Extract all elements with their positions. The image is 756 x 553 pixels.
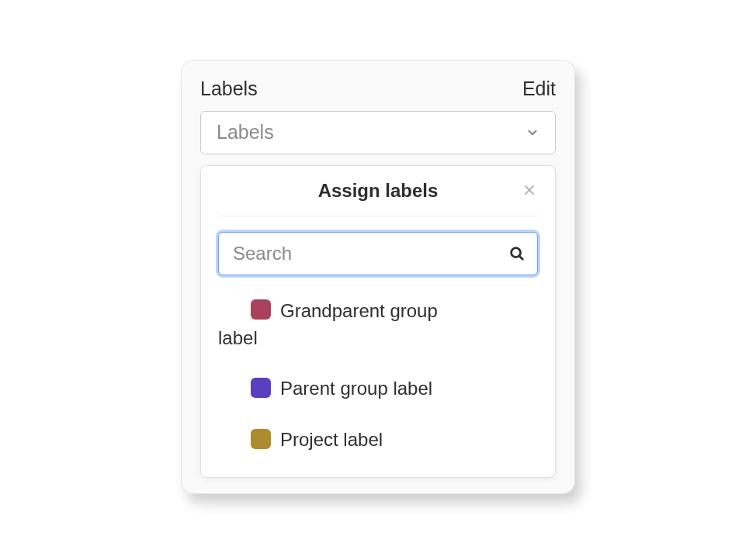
assign-labels-popover: Assign labels Grandparent group label Pa… [200, 165, 556, 479]
label-item-project[interactable]: Project label [251, 426, 538, 454]
label-list: Grandparent group label Parent group lab… [218, 297, 538, 454]
dropdown-label: Labels [217, 121, 274, 143]
panel-title: Labels [200, 78, 258, 100]
svg-line-1 [519, 255, 522, 258]
labels-panel: Labels Edit Labels Assign labels Grandpa… [181, 60, 575, 494]
edit-link[interactable]: Edit [522, 78, 556, 100]
search-wrap [218, 232, 538, 275]
label-swatch [251, 299, 271, 320]
label-text: Project label [280, 430, 383, 451]
chevron-down-icon [525, 126, 539, 140]
label-swatch [251, 378, 271, 398]
label-item-grandparent[interactable]: Grandparent group label [251, 297, 538, 352]
label-swatch [251, 429, 271, 449]
panel-header: Labels Edit [200, 78, 556, 100]
search-icon [508, 245, 525, 262]
close-icon[interactable] [521, 181, 538, 199]
label-text: Parent group label [280, 378, 432, 399]
label-item-parent[interactable]: Parent group label [251, 375, 538, 403]
label-text: Grandparent group [280, 300, 438, 321]
popover-title: Assign labels [318, 180, 439, 202]
search-input[interactable] [218, 232, 538, 275]
label-text-cont: label [218, 325, 538, 352]
labels-dropdown[interactable]: Labels [200, 111, 556, 154]
popover-header: Assign labels [218, 180, 538, 216]
